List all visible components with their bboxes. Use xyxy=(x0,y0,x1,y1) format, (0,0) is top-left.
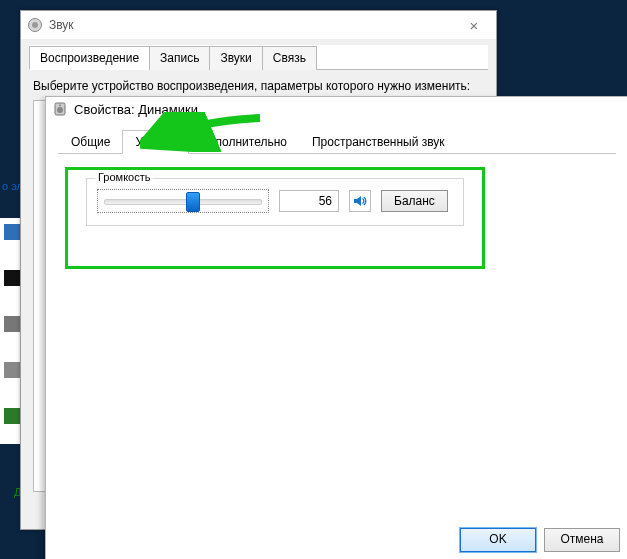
playback-instruction: Выберите устройство воспроизведения, пар… xyxy=(33,78,484,94)
tab-sounds[interactable]: Звуки xyxy=(209,46,262,70)
balance-button[interactable]: Баланс xyxy=(381,190,448,212)
svg-point-3 xyxy=(57,107,63,113)
volume-group-legend: Громкость xyxy=(95,171,153,183)
levels-pane: Громкость 56 Баланс xyxy=(58,154,616,270)
speaker-prop-icon xyxy=(52,101,68,117)
dock-square-icon xyxy=(4,362,20,378)
tutorial-highlight-box: Громкость 56 Баланс xyxy=(65,167,485,269)
speaker-properties-window: Свойства: Динамики Общие Уровни Дополнит… xyxy=(45,96,627,559)
svg-marker-5 xyxy=(354,196,361,206)
close-icon[interactable]: × xyxy=(458,17,490,34)
sound-window-title: Звук xyxy=(49,18,458,32)
volume-slider[interactable] xyxy=(97,189,269,213)
ok-button[interactable]: OK xyxy=(460,528,536,552)
properties-tabs: Общие Уровни Дополнительно Пространствен… xyxy=(58,129,616,154)
cancel-button[interactable]: Отмена xyxy=(544,528,620,552)
tab-general[interactable]: Общие xyxy=(58,130,123,154)
tab-comm[interactable]: Связь xyxy=(262,46,317,70)
tab-recording[interactable]: Запись xyxy=(149,46,210,70)
tab-advanced[interactable]: Дополнительно xyxy=(188,130,300,154)
sound-titlebar[interactable]: Звук × xyxy=(21,11,496,39)
volume-icon xyxy=(352,193,368,209)
sound-tabs: Воспроизведение Запись Звуки Связь xyxy=(29,45,488,70)
speaker-device-icon xyxy=(27,17,43,33)
tab-spatial[interactable]: Пространственный звук xyxy=(299,130,458,154)
dock-square-icon xyxy=(4,408,20,424)
slider-thumb[interactable] xyxy=(186,192,200,212)
volume-group: Громкость 56 Баланс xyxy=(86,178,464,226)
svg-point-1 xyxy=(32,22,38,28)
volume-value[interactable]: 56 xyxy=(279,190,339,212)
dock-square-icon xyxy=(4,270,20,286)
properties-titlebar[interactable]: Свойства: Динамики xyxy=(46,97,627,121)
dialog-button-bar: OK Отмена xyxy=(460,528,620,552)
dock-square-icon xyxy=(4,224,20,240)
mute-button[interactable] xyxy=(349,190,371,212)
slider-track xyxy=(104,199,262,205)
tab-playback[interactable]: Воспроизведение xyxy=(29,46,150,70)
svg-point-4 xyxy=(59,105,61,107)
properties-window-title: Свойства: Динамики xyxy=(74,102,622,117)
dock-square-icon xyxy=(4,316,20,332)
tab-levels[interactable]: Уровни xyxy=(122,130,188,154)
